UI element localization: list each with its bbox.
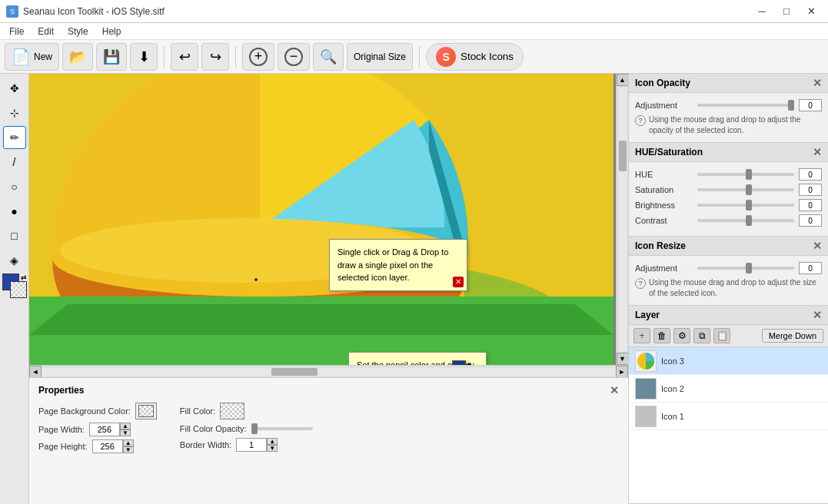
hue-row: HUE 0: [635, 168, 822, 181]
zoom-out-button[interactable]: −: [278, 43, 310, 71]
vertical-scrollbar: ▲ ▼: [616, 74, 628, 365]
hue-value: 0: [799, 168, 822, 181]
scroll-right-arrow[interactable]: ►: [616, 366, 628, 378]
icon-resize-close[interactable]: ✕: [813, 240, 822, 252]
h-scroll-track[interactable]: [42, 368, 616, 376]
menu-help[interactable]: Help: [96, 25, 128, 38]
opacity-info-icon: ?: [635, 115, 646, 126]
minimize-button[interactable]: ─: [751, 4, 773, 19]
add-layer-icon: +: [639, 330, 644, 341]
delete-layer-button[interactable]: 🗑: [653, 328, 670, 343]
tool-line[interactable]: /: [3, 151, 26, 174]
resize-slider-handle[interactable]: [746, 263, 752, 274]
new-button[interactable]: 📄 New: [5, 43, 59, 71]
icon-opacity-close[interactable]: ✕: [813, 77, 822, 89]
canvas-inner[interactable]: Single click or Drag & Drop to draw a si…: [29, 74, 616, 365]
fill-opacity-handle[interactable]: [251, 423, 258, 434]
v-scroll-thumb[interactable]: [619, 141, 627, 171]
layer-item-icon3[interactable]: Icon 3: [629, 347, 828, 375]
menu-file[interactable]: File: [3, 25, 30, 38]
opacity-adjustment-label: Adjustment: [635, 101, 693, 110]
v-scroll-track[interactable]: [619, 88, 627, 351]
hue-label: HUE: [635, 170, 693, 179]
page-height-label: Page Height:: [38, 442, 88, 451]
tool-fill-ellipse[interactable]: ●: [3, 200, 26, 223]
save-icon: 💾: [103, 48, 120, 65]
menu-style[interactable]: Style: [62, 25, 95, 38]
contrast-label: Contrast: [635, 216, 693, 225]
bg-color-inner: [138, 405, 154, 417]
canvas-area: Single click or Drag & Drop to draw a si…: [29, 74, 628, 504]
stock-icons-label: Stock Icons: [461, 51, 514, 62]
border-width-up[interactable]: ▲: [267, 438, 278, 445]
stock-icon-circle: S: [436, 47, 456, 67]
layer-settings-button[interactable]: ⚙: [673, 328, 690, 343]
icon-opacity-panel: Icon Opacity ✕ Adjustment 0 ? Using the …: [629, 74, 828, 143]
separator-3: [419, 46, 420, 68]
scroll-up-arrow[interactable]: ▲: [617, 74, 629, 86]
h-scroll-thumb[interactable]: [271, 368, 318, 376]
border-width-input[interactable]: 1: [236, 438, 267, 452]
left-toolbar: ✥ ⊹ ✏ / ○ ● □ ◈ ⇄: [0, 74, 29, 504]
add-layer-button[interactable]: +: [633, 328, 650, 343]
tool-special[interactable]: ◈: [3, 249, 26, 272]
fill-opacity-track: [251, 427, 313, 430]
close-button[interactable]: ✕: [800, 4, 822, 19]
swap-colors-icon[interactable]: ⇄: [21, 274, 27, 281]
layer-close[interactable]: ✕: [813, 309, 822, 321]
layer-item-icon2[interactable]: Icon 2: [629, 375, 828, 403]
color-picker[interactable]: ⇄: [2, 274, 27, 298]
undo-button[interactable]: ↩: [171, 43, 198, 71]
fill-opacity-row: Fill Color Opacity:: [180, 423, 313, 435]
hue-track[interactable]: [697, 173, 794, 176]
stock-icons-button[interactable]: S Stock Icons: [426, 43, 524, 71]
redo-button[interactable]: ↪: [201, 43, 229, 71]
tool-rect[interactable]: □: [3, 224, 26, 247]
hue-saturation-content: HUE 0 Saturation 0 Brightness: [629, 162, 828, 236]
pencil-tooltip-close[interactable]: ✕: [453, 277, 464, 287]
opacity-slider-handle[interactable]: [788, 100, 794, 111]
open-button[interactable]: 📂: [62, 43, 93, 71]
icon-opacity-content: Adjustment 0 ? Using the mouse drag and …: [629, 93, 828, 142]
page-height-down[interactable]: ▼: [123, 446, 134, 453]
tool-pencil[interactable]: ✏: [3, 126, 26, 149]
merge-down-button[interactable]: Merge Down: [762, 329, 823, 343]
resize-slider-track[interactable]: [697, 267, 794, 270]
paste-layer-button[interactable]: 📋: [713, 328, 730, 343]
hue-handle[interactable]: [746, 169, 752, 180]
original-size-button[interactable]: Original Size: [347, 43, 413, 71]
border-width-down[interactable]: ▼: [267, 445, 278, 452]
tool-ellipse[interactable]: ○: [3, 175, 26, 198]
tool-select[interactable]: ⊹: [3, 101, 26, 124]
save-button[interactable]: 💾: [96, 43, 127, 71]
zoom-in-button[interactable]: +: [242, 43, 274, 71]
properties-title: Properties: [38, 385, 84, 396]
hue-saturation-close[interactable]: ✕: [813, 146, 822, 158]
brightness-track[interactable]: [697, 204, 794, 207]
page-height-up[interactable]: ▲: [123, 439, 134, 446]
copy-layer-button[interactable]: ⧉: [693, 328, 710, 343]
contrast-track[interactable]: [697, 219, 794, 222]
page-width-up[interactable]: ▲: [120, 423, 131, 429]
border-width-btns: ▲ ▼: [267, 438, 278, 452]
brightness-handle[interactable]: [746, 200, 752, 211]
export-button[interactable]: ⬇: [130, 43, 158, 71]
tool-move[interactable]: ✥: [3, 77, 26, 100]
fill-opacity-slider[interactable]: [251, 423, 313, 435]
page-width-input[interactable]: 256: [89, 423, 120, 436]
maximize-button[interactable]: □: [776, 4, 797, 19]
contrast-handle[interactable]: [746, 215, 752, 226]
scroll-down-arrow[interactable]: ▼: [617, 353, 629, 365]
menu-edit[interactable]: Edit: [32, 25, 60, 38]
page-height-input[interactable]: 256: [92, 439, 123, 453]
fill-color-swatch[interactable]: [220, 403, 244, 419]
zoom-search-button[interactable]: 🔍: [313, 43, 344, 71]
properties-close[interactable]: ✕: [610, 384, 619, 396]
opacity-slider-track[interactable]: [697, 104, 794, 107]
bg-color-swatch[interactable]: [135, 403, 157, 419]
saturation-handle[interactable]: [746, 184, 752, 195]
saturation-track[interactable]: [697, 188, 794, 191]
page-width-down[interactable]: ▼: [120, 429, 131, 436]
layer-item-icon1[interactable]: Icon 1: [629, 403, 828, 430]
scroll-left-arrow[interactable]: ◄: [29, 366, 42, 378]
